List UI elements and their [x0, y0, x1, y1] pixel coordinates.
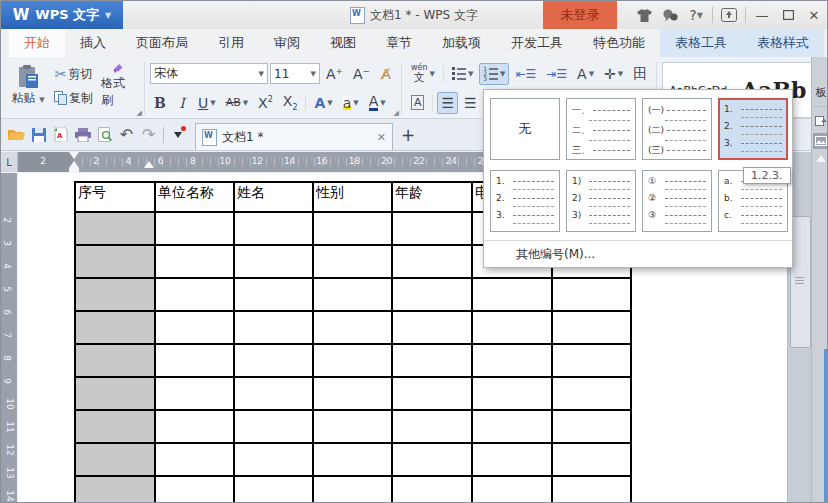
table-cell[interactable] [552, 476, 631, 503]
login-button[interactable]: 未登录 [543, 1, 617, 29]
table-cell[interactable] [234, 278, 313, 311]
table-cell[interactable] [155, 212, 234, 245]
table-cell[interactable] [392, 245, 472, 278]
underline-button[interactable]: U▼ [194, 92, 220, 114]
close-button[interactable]: ✕ [801, 1, 827, 29]
print-button[interactable] [72, 124, 93, 146]
table-cell[interactable] [155, 245, 234, 278]
skin-icon[interactable] [631, 1, 657, 29]
table-header-cell[interactable]: 姓名 [234, 182, 313, 212]
strikethrough-button[interactable]: AB▼ [222, 92, 252, 114]
table-cell[interactable] [392, 410, 472, 443]
print-preview-button[interactable] [94, 124, 115, 146]
table-cell[interactable] [313, 410, 392, 443]
document-tab[interactable]: 文档1 * ✕ [195, 123, 393, 150]
table-cell[interactable] [313, 443, 392, 476]
table-cell[interactable] [392, 311, 472, 344]
text-effects-button[interactable]: A▼ [310, 92, 336, 114]
table-cell[interactable] [75, 278, 155, 311]
table-cell[interactable] [75, 311, 155, 344]
superscript-button[interactable]: X2 [254, 92, 277, 114]
align-left-button[interactable]: ☰ [437, 92, 458, 114]
table-header-cell[interactable]: 性别 [313, 182, 392, 212]
decrease-indent-button[interactable]: ⇤☰ [511, 63, 540, 85]
table-cell[interactable] [313, 278, 392, 311]
clear-format-button[interactable]: A̸ [376, 63, 396, 85]
table-cell[interactable] [472, 311, 552, 344]
tab-插入[interactable]: 插入 [65, 29, 121, 57]
table-cell[interactable] [313, 377, 392, 410]
table-cell[interactable] [155, 443, 234, 476]
tab-stop-selector[interactable]: L [1, 152, 18, 172]
table-cell[interactable] [234, 476, 313, 503]
numbering-option-2[interactable]: 一、二、三、 [566, 98, 636, 160]
increase-indent-button[interactable]: ⇥☰ [542, 63, 571, 85]
table-cell[interactable] [155, 476, 234, 503]
table-cell[interactable] [552, 443, 631, 476]
table-cell[interactable] [472, 410, 552, 443]
table-header-cell[interactable]: 单位名称 [155, 182, 234, 212]
table-cell[interactable] [392, 278, 472, 311]
format-painter-button[interactable]: 格式刷 [97, 61, 139, 111]
align-center-button[interactable]: ☰ [460, 92, 481, 114]
quickbar-customize-button[interactable] [167, 124, 189, 146]
numbered-list-button[interactable]: 1 2 3 ▼ [479, 63, 509, 85]
help-icon[interactable]: ?▼ [683, 1, 709, 29]
image-pane-icon[interactable] [813, 133, 828, 149]
table-cell[interactable] [392, 476, 472, 503]
asian-layout-button[interactable]: ✛▼ [600, 63, 627, 85]
tab-引用[interactable]: 引用 [203, 29, 259, 57]
bold-button[interactable]: B [150, 92, 170, 114]
table-cell[interactable] [313, 476, 392, 503]
table-cell[interactable] [552, 344, 631, 377]
table-cell[interactable] [552, 311, 631, 344]
table-cell[interactable] [552, 410, 631, 443]
right-indent-marker[interactable] [144, 161, 154, 168]
draw-table-button[interactable]: 田 [629, 63, 651, 85]
copy-button[interactable]: 复制 [50, 87, 97, 109]
table-cell[interactable] [75, 344, 155, 377]
dialog-launcher-icon[interactable]: ◢ [137, 109, 142, 117]
tab-审阅[interactable]: 审阅 [259, 29, 315, 57]
dialog-launcher-icon[interactable]: ◢ [394, 109, 399, 117]
maximize-button[interactable] [775, 1, 801, 29]
table-cell[interactable] [234, 245, 313, 278]
table-cell[interactable] [75, 212, 155, 245]
numbering-option-5[interactable]: 1.2.3. [490, 170, 560, 232]
table-cell[interactable] [234, 410, 313, 443]
tab-页面布局[interactable]: 页面布局 [121, 29, 203, 57]
table-cell[interactable] [472, 377, 552, 410]
tab-开发工具[interactable]: 开发工具 [496, 29, 578, 57]
page-flip-icon[interactable] [813, 113, 828, 129]
new-tab-button[interactable]: + [401, 125, 415, 145]
table-cell[interactable] [234, 311, 313, 344]
left-indent-marker[interactable] [69, 168, 79, 172]
table-cell[interactable] [75, 443, 155, 476]
char-border-button[interactable]: A [407, 92, 429, 114]
numbering-option-4[interactable]: 1.2.3. [718, 98, 788, 160]
redo-button[interactable]: ↷ [138, 124, 159, 146]
table-cell[interactable] [392, 443, 472, 476]
char-scale-button[interactable]: A▼ [573, 63, 598, 85]
shrink-font-button[interactable]: A⁻ [349, 63, 374, 85]
table-cell[interactable] [75, 410, 155, 443]
ribbon-toggle-icon[interactable] [716, 1, 742, 29]
table-cell[interactable] [234, 377, 313, 410]
paste-button[interactable]: 粘贴 ▼ [6, 60, 50, 112]
table-cell[interactable] [472, 476, 552, 503]
table-cell[interactable] [75, 245, 155, 278]
cut-button[interactable]: ✂剪切 [50, 63, 97, 85]
subscript-button[interactable]: X2 [279, 92, 302, 114]
tab-表格工具[interactable]: 表格工具 [660, 29, 742, 57]
tab-特色功能[interactable]: 特色功能 [578, 29, 660, 57]
numbering-option-3[interactable]: (一)(二)(三) [642, 98, 712, 160]
font-name-select[interactable]: 宋体▼ [150, 63, 268, 84]
table-cell[interactable] [234, 344, 313, 377]
numbering-option-none[interactable]: 无 [490, 98, 560, 160]
numbering-option-7[interactable]: ①②③ [642, 170, 712, 232]
table-cell[interactable] [155, 344, 234, 377]
table-cell[interactable] [234, 443, 313, 476]
table-cell[interactable] [472, 278, 552, 311]
first-line-indent-marker[interactable] [69, 152, 79, 159]
table-cell[interactable] [313, 344, 392, 377]
